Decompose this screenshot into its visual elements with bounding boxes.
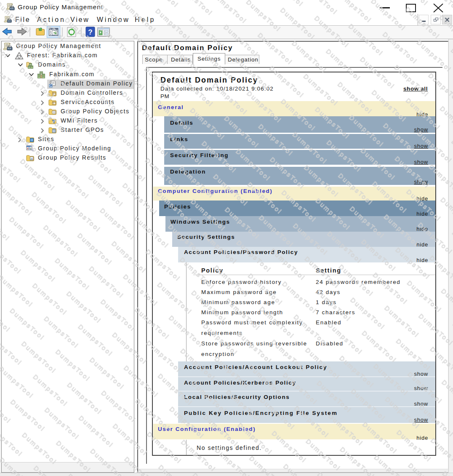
svg-text:?: ? [88,28,92,36]
